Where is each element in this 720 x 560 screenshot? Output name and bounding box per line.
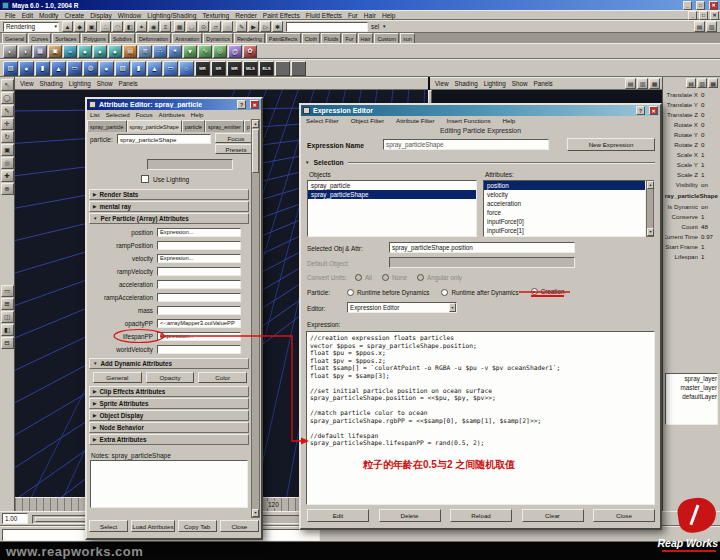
shape-node-header[interactable]: spray_particleShape bbox=[665, 192, 718, 199]
shelf-tab[interactable]: PaintEffects bbox=[266, 33, 301, 43]
attribute-list-item[interactable]: velocity bbox=[484, 190, 645, 199]
panel-menu-item[interactable]: Show bbox=[509, 80, 531, 87]
render-globals-icon[interactable]: ✱ bbox=[272, 21, 283, 32]
select-surfaces-icon[interactable]: ◧ bbox=[124, 21, 135, 32]
poly-plane-icon[interactable]: ▭ bbox=[67, 61, 82, 76]
expression-code-area[interactable]: //creation expression floats particlesve… bbox=[306, 331, 655, 505]
channel-row[interactable]: Current Time0.97 bbox=[663, 231, 720, 241]
mls-icon[interactable]: MLS bbox=[243, 61, 258, 76]
lasso-tool-icon[interactable]: ◯ bbox=[1, 92, 14, 104]
attribute-field[interactable] bbox=[157, 306, 241, 315]
footer-button[interactable]: Clear bbox=[522, 509, 584, 522]
soft-mod-tool-icon[interactable]: ◎ bbox=[1, 157, 14, 169]
scale-tool-icon[interactable]: ▣ bbox=[1, 144, 14, 156]
move-tool-icon[interactable]: ✛ bbox=[1, 118, 14, 130]
attribute-field[interactable] bbox=[157, 241, 241, 250]
attributes-list-scrollbar[interactable] bbox=[646, 180, 654, 237]
els-icon[interactable]: ELS bbox=[259, 61, 274, 76]
add-dynamic-section-header[interactable]: Add Dynamic Attributes bbox=[89, 358, 249, 369]
select-curves-icon[interactable]: ◠ bbox=[112, 21, 123, 32]
select-misc-icon[interactable]: ≡ bbox=[160, 21, 171, 32]
render-current-icon[interactable]: ◐ bbox=[3, 45, 17, 58]
shelf-tab[interactable]: Custom bbox=[374, 33, 399, 43]
shelf-tab[interactable]: Curves bbox=[28, 33, 51, 43]
show-manip-tool-icon[interactable]: ✚ bbox=[1, 170, 14, 182]
sr-render-icon[interactable]: SR bbox=[211, 61, 226, 76]
channel-row[interactable]: Conserve1 bbox=[663, 211, 720, 221]
panel-layout-icon-2[interactable]: ▥ bbox=[637, 78, 648, 89]
render-type-dropdown[interactable] bbox=[147, 159, 233, 170]
attribute-field[interactable] bbox=[157, 345, 241, 354]
menu-item[interactable]: Object Filter bbox=[348, 117, 387, 124]
channel-row[interactable]: Visibilityon bbox=[663, 179, 720, 189]
particle-tool-icon[interactable]: ∴ bbox=[153, 45, 167, 58]
attribute-field[interactable]: <-:arrayMapper3.outValuePP bbox=[157, 319, 241, 328]
snap-curve-icon[interactable]: ◡ bbox=[186, 21, 197, 32]
select-rendering-icon[interactable]: ◉ bbox=[148, 21, 159, 32]
expression-editor-window[interactable]: Expression Editor Select FilterObject Fi… bbox=[299, 103, 662, 530]
footer-button[interactable]: Select bbox=[89, 520, 128, 532]
layer-tab-icon[interactable]: ▥ bbox=[697, 78, 707, 88]
scroll-down-icon[interactable] bbox=[647, 228, 654, 236]
menu-item[interactable]: List bbox=[87, 111, 103, 118]
attribute-list-item[interactable]: inputForce[1] bbox=[484, 226, 645, 235]
node-name-field[interactable]: spray_particleShape bbox=[117, 134, 211, 144]
panel-menu-item[interactable]: Lighting bbox=[66, 80, 94, 87]
help-button[interactable] bbox=[237, 100, 246, 109]
show-layer-editor-icon[interactable]: ▥ bbox=[706, 21, 717, 32]
live-surface-icon[interactable]: ◌ bbox=[222, 21, 233, 32]
hypershade-icon[interactable]: ▣ bbox=[48, 45, 62, 58]
checker-icon-1[interactable] bbox=[275, 61, 290, 76]
attribute-section-header[interactable]: Extra Attributes bbox=[89, 434, 249, 445]
app-minimize-button[interactable] bbox=[683, 1, 692, 10]
panel-menu-item[interactable]: Shading bbox=[37, 80, 66, 87]
channel-row[interactable]: Scale X1 bbox=[663, 149, 720, 159]
attribute-section-header[interactable]: Sprite Attributes bbox=[89, 398, 249, 409]
layer-item[interactable]: master_layer bbox=[666, 383, 717, 392]
poly-cylinder-icon[interactable]: ▮ bbox=[35, 61, 50, 76]
channel-box-tab-icon[interactable]: ▤ bbox=[686, 78, 696, 88]
menu-item[interactable]: Attributes bbox=[156, 111, 188, 118]
channel-row[interactable]: Translate X0 bbox=[663, 89, 720, 99]
attribute-list-item[interactable]: position bbox=[484, 181, 645, 190]
close-window-button[interactable] bbox=[250, 100, 259, 109]
current-tool-icon[interactable]: ⊕ bbox=[1, 183, 14, 195]
attribute-field[interactable]: Expression... bbox=[157, 254, 241, 263]
channel-row[interactable]: Lifespan1 bbox=[663, 251, 720, 261]
channel-row[interactable]: Rotate X0 bbox=[663, 119, 720, 129]
emitter-icon[interactable]: ✶ bbox=[168, 45, 182, 58]
add-attribute-button[interactable]: Color bbox=[198, 372, 247, 383]
attribute-field[interactable]: Expression... bbox=[157, 332, 241, 341]
layout-outliner-icon[interactable]: ◧ bbox=[1, 324, 14, 336]
panel-layout-icon-3[interactable]: ▦ bbox=[649, 78, 660, 89]
selected-obj-attr-field[interactable]: spray_particleShape.position bbox=[389, 242, 575, 253]
shelf-tab[interactable]: Dynamics bbox=[203, 33, 233, 43]
particle-expression-type-radio[interactable]: Runtime after Dynamics bbox=[441, 289, 518, 296]
channel-row[interactable]: Translate Y0 bbox=[663, 99, 720, 109]
object-list-item[interactable]: spray_particle bbox=[308, 181, 476, 190]
add-attribute-button[interactable]: General bbox=[93, 372, 142, 383]
channel-row[interactable]: Start Frame1 bbox=[663, 241, 720, 251]
node-tab[interactable]: spray_emitter bbox=[205, 120, 244, 132]
nurbs-plane-icon[interactable]: ▭ bbox=[163, 61, 178, 76]
child-minimize-button[interactable] bbox=[688, 11, 697, 20]
per-particle-section-header[interactable]: Per Particle (Array) Attributes bbox=[89, 213, 249, 224]
app-close-button[interactable] bbox=[709, 1, 718, 10]
nurbs-cube-icon[interactable]: ▧ bbox=[115, 61, 130, 76]
shelf-tab[interactable]: Subdivs bbox=[110, 33, 135, 43]
paint-effects-brush-icon[interactable]: ✿ bbox=[243, 45, 257, 58]
ipr-render-icon[interactable]: ▷ bbox=[260, 21, 271, 32]
footer-button[interactable]: Copy Tab bbox=[178, 520, 217, 532]
node-tab[interactable]: particleClo bbox=[244, 120, 250, 132]
attribute-list-item[interactable]: force bbox=[484, 208, 645, 217]
scrollbar-thumb[interactable] bbox=[252, 129, 259, 173]
attribute-section-header[interactable]: Object Display bbox=[89, 410, 249, 421]
attribute-section-header[interactable]: Node Behavior bbox=[89, 422, 249, 433]
particle-expression-type-radio[interactable]: Runtime before Dynamics bbox=[347, 289, 429, 296]
checker-icon-2[interactable] bbox=[291, 61, 306, 76]
nurbs-sphere-icon[interactable]: ● bbox=[99, 61, 114, 76]
notes-textarea[interactable] bbox=[90, 460, 248, 508]
quick-select-input[interactable] bbox=[286, 22, 368, 32]
footer-button[interactable]: Reload bbox=[450, 509, 512, 522]
shelf-tab[interactable]: Fur bbox=[342, 33, 356, 43]
